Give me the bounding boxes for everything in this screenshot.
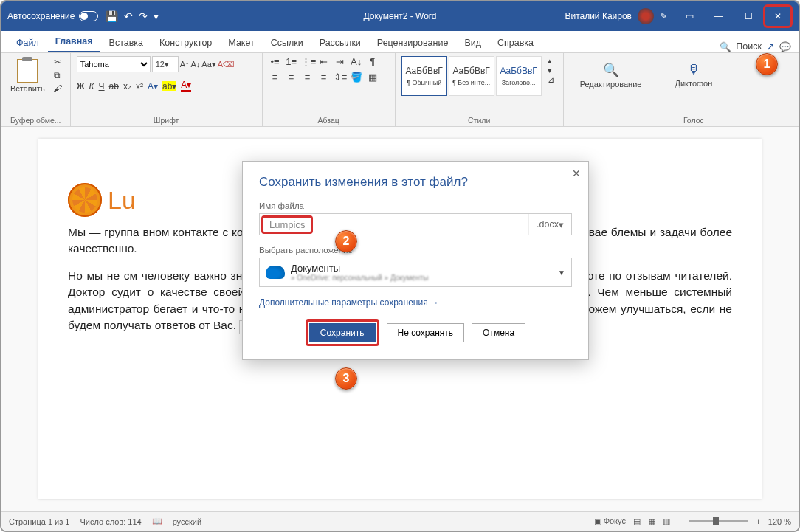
maximize-button[interactable]: ☐ xyxy=(734,4,763,28)
sort-icon[interactable]: A↓ xyxy=(350,56,363,67)
tab-help[interactable]: Справка xyxy=(490,33,541,52)
minimize-button[interactable]: — xyxy=(704,4,734,28)
increase-indent-icon[interactable]: ⇥ xyxy=(334,56,347,67)
align-center-icon[interactable]: ≡ xyxy=(285,72,298,83)
underline-button[interactable]: Ч xyxy=(99,81,105,91)
clear-format-icon[interactable]: A⌫ xyxy=(218,60,235,69)
styles-more-icon[interactable]: ⊿ xyxy=(548,75,554,85)
style-normal[interactable]: АаБбВвГ ¶ Обычный xyxy=(401,56,447,96)
share-icon[interactable]: ↗ xyxy=(766,41,775,52)
styles-up-icon[interactable]: ▴ xyxy=(548,56,554,66)
view-read-icon[interactable]: ▦ xyxy=(648,517,655,526)
mic-icon[interactable]: 🎙 xyxy=(687,62,700,77)
undo-icon[interactable]: ↶ xyxy=(124,10,133,22)
coming-soon-icon[interactable]: ✎ xyxy=(660,11,667,21)
location-select[interactable]: Документы » OneDrive: персональный » Док… xyxy=(259,258,572,287)
cancel-button[interactable]: Отмена xyxy=(472,323,525,342)
page-indicator[interactable]: Страница 1 из 1 xyxy=(9,517,69,526)
shrink-font-icon[interactable]: A↓ xyxy=(190,60,200,69)
tab-view[interactable]: Вид xyxy=(457,33,489,52)
find-icon[interactable]: 🔍 xyxy=(603,62,619,78)
view-web-icon[interactable]: ▥ xyxy=(663,517,670,526)
multilevel-icon[interactable]: ⋮≡ xyxy=(301,56,314,67)
comments-icon[interactable]: 💬 xyxy=(779,41,791,52)
superscript-button[interactable]: x² xyxy=(136,81,143,91)
autosave-toggle[interactable]: Автосохранение xyxy=(7,11,98,21)
borders-icon[interactable]: ▦ xyxy=(366,72,379,83)
toggle-off-icon[interactable] xyxy=(79,11,98,21)
grow-font-icon[interactable]: A↑ xyxy=(180,60,190,69)
justify-icon[interactable]: ≡ xyxy=(317,72,331,83)
show-marks-icon[interactable]: ¶ xyxy=(366,56,379,67)
focus-mode[interactable]: ▣ Фокус xyxy=(594,517,626,526)
dont-save-button[interactable]: Не сохранять xyxy=(387,323,465,342)
tab-file[interactable]: Файл xyxy=(9,33,46,52)
language-indicator[interactable]: русский xyxy=(173,517,201,526)
zoom-in-icon[interactable]: + xyxy=(756,517,760,526)
font-color-icon[interactable]: A▾ xyxy=(181,80,191,92)
document-title: Документ2 - Word xyxy=(363,11,436,21)
view-print-icon[interactable]: ▤ xyxy=(633,517,641,526)
spellcheck-icon[interactable]: 📖 xyxy=(152,517,162,526)
zoom-value[interactable]: 120 % xyxy=(768,517,791,526)
font-group-label: Шрифт xyxy=(77,114,256,125)
user-name: Виталий Каиров xyxy=(565,11,632,21)
redo-icon[interactable]: ↷ xyxy=(139,10,148,22)
group-font: Tahoma 12 ▾ A↑ A↓ Aa▾ A⌫ Ж К Ч ab x₂ x² … xyxy=(71,53,263,126)
styles-down-icon[interactable]: ▾ xyxy=(548,66,554,75)
decrease-indent-icon[interactable]: ⇤ xyxy=(317,56,331,67)
copy-icon[interactable]: ⧉ xyxy=(51,69,64,81)
word-count[interactable]: Число слов: 114 xyxy=(80,517,141,526)
style-heading1[interactable]: АаБбВвГ Заголово... xyxy=(496,56,542,96)
voice-label[interactable]: Диктофон xyxy=(675,79,712,88)
tab-layout[interactable]: Макет xyxy=(221,33,261,52)
avatar[interactable] xyxy=(638,8,654,24)
file-ext-select[interactable]: .docx ▾ xyxy=(528,214,571,235)
highlight-icon[interactable]: ab▾ xyxy=(162,81,176,91)
tab-insert[interactable]: Вставка xyxy=(102,33,151,52)
chevron-down-icon: ▼ xyxy=(558,269,565,277)
font-size-select[interactable]: 12 ▾ xyxy=(152,56,179,72)
italic-button[interactable]: К xyxy=(89,81,94,91)
para-group-label: Абзац xyxy=(269,114,389,125)
dialog-close-button[interactable]: ✕ xyxy=(572,167,581,179)
search-label[interactable]: Поиск xyxy=(736,41,762,52)
zoom-slider[interactable] xyxy=(689,520,748,522)
font-name-select[interactable]: Tahoma xyxy=(77,56,151,72)
shading-icon[interactable]: 🪣 xyxy=(350,72,363,83)
paste-button[interactable]: Вставить xyxy=(7,56,48,96)
tab-review[interactable]: Рецензирование xyxy=(370,33,456,52)
ribbon-mode-icon[interactable]: ▭ xyxy=(675,4,704,28)
search-icon[interactable]: 🔍 xyxy=(720,41,731,52)
subscript-button[interactable]: x₂ xyxy=(123,81,131,91)
change-case-icon[interactable]: Aa▾ xyxy=(201,60,215,69)
qat-customize-icon[interactable]: ▾ xyxy=(154,10,159,22)
line-spacing-icon[interactable]: ⇕≡ xyxy=(334,72,347,83)
quick-access-toolbar: 💾 ↶ ↷ ▾ xyxy=(106,10,159,22)
align-right-icon[interactable]: ≡ xyxy=(301,72,314,83)
tab-design[interactable]: Конструктор xyxy=(152,33,219,52)
close-button[interactable]: ✕ xyxy=(763,4,793,28)
align-left-icon[interactable]: ≡ xyxy=(269,72,282,83)
save-icon[interactable]: 💾 xyxy=(106,10,118,22)
bold-button[interactable]: Ж xyxy=(77,81,85,91)
cut-icon[interactable]: ✂ xyxy=(51,56,64,68)
window-controls: ▭ — ☐ ✕ xyxy=(675,4,793,28)
tab-references[interactable]: Ссылки xyxy=(263,33,311,52)
format-painter-icon[interactable]: 🖌 xyxy=(51,83,64,94)
numbering-icon[interactable]: 1≡ xyxy=(285,56,298,67)
editing-label[interactable]: Редактирование xyxy=(580,80,642,89)
filename-input[interactable]: Lumpics xyxy=(269,219,305,230)
tab-home[interactable]: Главная xyxy=(48,32,100,52)
text-effects-icon[interactable]: A▾ xyxy=(148,81,158,91)
filename-label: Имя файла xyxy=(259,201,572,210)
strike-button[interactable]: ab xyxy=(109,81,119,91)
zoom-out-icon[interactable]: − xyxy=(677,517,682,526)
style-no-spacing[interactable]: АаБбВвГ ¶ Без инте... xyxy=(449,56,494,96)
tab-mailings[interactable]: Рассылки xyxy=(312,33,368,52)
filename-row[interactable]: Lumpics .docx ▾ xyxy=(259,213,572,235)
user-area[interactable]: Виталий Каиров ✎ xyxy=(565,8,667,24)
save-button[interactable]: Сохранить xyxy=(309,323,376,342)
bullets-icon[interactable]: •≡ xyxy=(269,56,282,67)
more-options-link[interactable]: Дополнительные параметры сохранения → xyxy=(259,297,439,308)
